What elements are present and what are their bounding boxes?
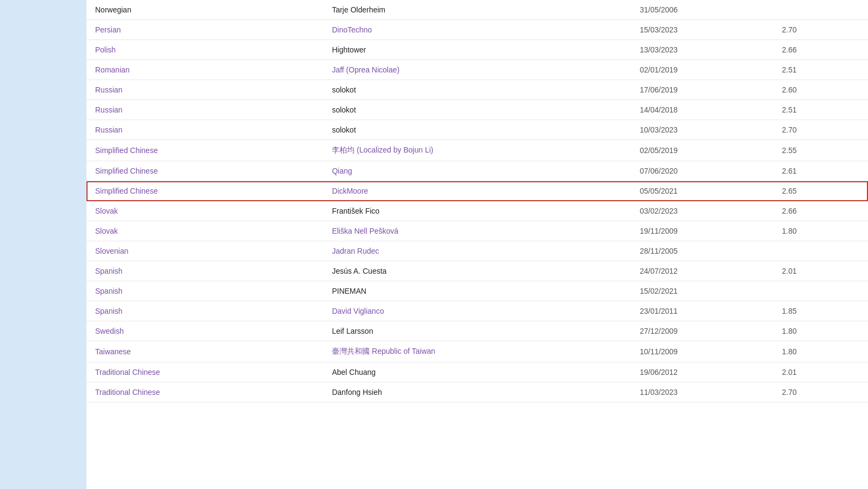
language-cell[interactable]: Persian [86,20,323,40]
language-link[interactable]: Spanish [95,307,123,315]
contributor-cell[interactable]: DinoTechno [323,20,631,40]
language-cell[interactable]: Slovenian [86,241,323,261]
language-link[interactable]: Russian [95,85,123,94]
date-cell: 31/05/2006 [631,0,773,20]
language-link[interactable]: Traditional Chinese [95,388,160,397]
version-cell [773,281,868,301]
contributor-cell[interactable]: 李柏均 (Localized by Bojun Li) [323,140,631,161]
language-cell[interactable]: Polish [86,40,323,60]
table-row[interactable]: SwedishLeif Larsson27/12/20091.80 [86,321,868,341]
table-row[interactable]: SlovakEliška Nell Pešková19/11/20091.80 [86,221,868,241]
date-cell: 15/03/2023 [631,20,773,40]
table-row[interactable]: Russiansolokot17/06/20192.60 [86,80,868,100]
contributor-cell: Abel Chuang [323,362,631,382]
contributor-cell: Leif Larsson [323,321,631,341]
table-row[interactable]: SlovakFrantišek Fico03/02/20232.66 [86,201,868,221]
language-link[interactable]: Romanian [95,65,130,74]
language-link[interactable]: Traditional Chinese [95,368,160,376]
contributor-cell[interactable]: Jadran Rudec [323,241,631,261]
language-link[interactable]: Simplified Chinese [95,187,158,195]
contributor-cell: solokot [323,80,631,100]
contributor-cell[interactable]: Qiang [323,161,631,181]
language-cell[interactable]: Slovak [86,221,323,241]
language-cell[interactable]: Russian [86,100,323,120]
version-cell: 2.01 [773,261,868,281]
contributor-link[interactable]: 李柏均 (Localized by Bojun Li) [332,146,433,154]
contributor-link[interactable]: Qiang [332,167,352,175]
contributor-link[interactable]: DickMoore [332,187,368,195]
language-link[interactable]: Polish [95,45,116,54]
language-cell[interactable]: Traditional Chinese [86,382,323,402]
contributor-cell[interactable]: Jaff (Oprea Nicolae) [323,60,631,80]
table-row[interactable]: Traditional ChineseAbel Chuang19/06/2012… [86,362,868,382]
table-row[interactable]: Russiansolokot14/04/20182.51 [86,100,868,120]
contributor-cell[interactable]: 臺灣共和國 Republic of Taiwan [323,341,631,362]
table-row[interactable]: Simplified ChineseDickMoore05/05/20212.6… [86,181,868,201]
language-link[interactable]: Persian [95,25,121,34]
contributor-link[interactable]: Eliška Nell Pešková [332,227,398,235]
date-cell: 11/03/2023 [631,382,773,402]
language-cell[interactable]: Romanian [86,60,323,80]
table-row[interactable]: PersianDinoTechno15/03/20232.70 [86,20,868,40]
contributor-cell[interactable]: DickMoore [323,181,631,201]
language-link[interactable]: Taiwanese [95,347,131,356]
date-cell: 03/02/2023 [631,201,773,221]
language-link[interactable]: Russian [95,125,123,134]
language-cell[interactable]: Spanish [86,261,323,281]
date-cell: 28/11/2005 [631,241,773,261]
language-cell[interactable]: Russian [86,80,323,100]
contributor-link[interactable]: David Viglianco [332,307,384,315]
contributor-link[interactable]: 臺灣共和國 Republic of Taiwan [332,347,435,355]
version-cell: 2.01 [773,362,868,382]
version-cell: 2.65 [773,181,868,201]
language-link[interactable]: Simplified Chinese [95,167,158,175]
table-row[interactable]: Simplified Chinese李柏均 (Localized by Boju… [86,140,868,161]
contributor-cell: solokot [323,120,631,140]
main-content: NorwegianTarje Olderheim31/05/2006Persia… [86,0,868,489]
table-row[interactable]: SpanishDavid Viglianco23/01/20111.85 [86,301,868,321]
contributor-link[interactable]: DinoTechno [332,25,372,34]
contributor-cell[interactable]: Eliška Nell Pešková [323,221,631,241]
table-row[interactable]: Simplified ChineseQiang07/06/20202.61 [86,161,868,181]
table-row[interactable]: SpanishPINEMAN15/02/2021 [86,281,868,301]
table-row[interactable]: SlovenianJadran Rudec28/11/2005 [86,241,868,261]
language-link[interactable]: Simplified Chinese [95,146,158,155]
language-cell[interactable]: Taiwanese [86,341,323,362]
language-cell[interactable]: Slovak [86,201,323,221]
date-cell: 07/06/2020 [631,161,773,181]
language-cell[interactable]: Russian [86,120,323,140]
table-row[interactable]: SpanishJesús A. Cuesta24/07/20122.01 [86,261,868,281]
language-link[interactable]: Russian [95,105,123,114]
table-row[interactable]: RomanianJaff (Oprea Nicolae)02/01/20192.… [86,60,868,80]
date-cell: 19/06/2012 [631,362,773,382]
version-cell: 2.55 [773,140,868,161]
table-row[interactable]: Traditional ChineseDanfong Hsieh11/03/20… [86,382,868,402]
translations-table: NorwegianTarje Olderheim31/05/2006Persia… [86,0,868,402]
table-row[interactable]: Russiansolokot10/03/20232.70 [86,120,868,140]
version-cell: 2.70 [773,382,868,402]
table-row[interactable]: NorwegianTarje Olderheim31/05/2006 [86,0,868,20]
table-row[interactable]: PolishHightower13/03/20232.66 [86,40,868,60]
language-link[interactable]: Slovenian [95,247,129,255]
contributor-cell: PINEMAN [323,281,631,301]
date-cell: 14/04/2018 [631,100,773,120]
version-cell: 2.51 [773,100,868,120]
language-link[interactable]: Slovak [95,207,118,215]
contributor-cell[interactable]: David Viglianco [323,301,631,321]
language-cell[interactable]: Swedish [86,321,323,341]
language-cell[interactable]: Spanish [86,281,323,301]
contributor-link[interactable]: Jadran Rudec [332,247,379,255]
language-cell[interactable]: Traditional Chinese [86,362,323,382]
language-cell[interactable]: Spanish [86,301,323,321]
language-link[interactable]: Swedish [95,327,124,335]
table-row[interactable]: Taiwanese臺灣共和國 Republic of Taiwan10/11/2… [86,341,868,362]
version-cell: 2.66 [773,201,868,221]
language-link[interactable]: Slovak [95,227,118,235]
language-cell[interactable]: Simplified Chinese [86,161,323,181]
language-link[interactable]: Spanish [95,267,123,275]
language-cell[interactable]: Simplified Chinese [86,140,323,161]
contributor-link[interactable]: Jaff (Oprea Nicolae) [332,65,399,74]
contributor-cell: František Fico [323,201,631,221]
language-link[interactable]: Spanish [95,287,123,295]
language-cell[interactable]: Simplified Chinese [86,181,323,201]
